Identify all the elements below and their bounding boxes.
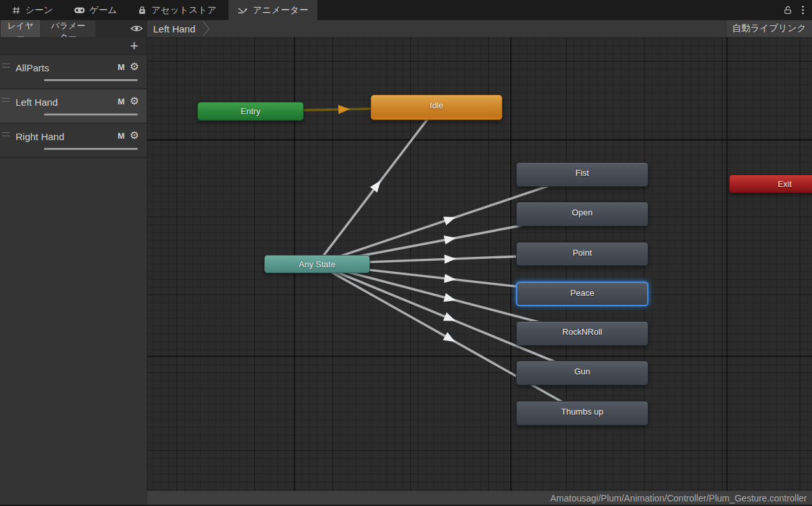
layer-weight-slider[interactable] <box>44 148 138 150</box>
dock-tabs: シーンゲームアセットストアアニメーター <box>0 0 783 20</box>
layers-panel-header: + <box>0 37 147 55</box>
layer-row-left-hand[interactable]: Left HandM⚙ <box>0 90 147 124</box>
state-node-label: Exit <box>778 179 792 189</box>
layer-mute-button[interactable]: M <box>117 131 125 141</box>
layer-mute-button[interactable]: M <box>117 62 125 72</box>
state-node-any-state[interactable]: Any State <box>264 255 370 273</box>
layer-row-allparts[interactable]: AllPartsM⚙ <box>0 55 147 90</box>
status-row: Amatousagi/Plum/Animation/Controller/Plu… <box>0 491 812 506</box>
transition-arrow-icon <box>443 213 458 225</box>
transition-arrow-icon <box>444 274 456 284</box>
state-node-idle[interactable]: Idle <box>371 95 502 120</box>
parameters-tab[interactable]: パラメーター <box>41 20 95 37</box>
state-node-label: Open <box>572 208 593 217</box>
breadcrumb-chevron-icon <box>202 21 210 36</box>
state-node-peace[interactable]: Peace <box>516 282 648 306</box>
layer-drag-handle[interactable] <box>2 98 10 102</box>
window-tab-bar: シーンゲームアセットストアアニメーター <box>0 0 812 20</box>
auto-live-link-button[interactable]: 自動ライブリンク <box>726 20 812 37</box>
tab-game[interactable]: ゲーム <box>65 0 127 20</box>
layer-name: AllParts <box>16 62 49 73</box>
status-path: Amatousagi/Plum/Animation/Controller/Plu… <box>550 493 807 503</box>
tab-label: アセットストア <box>151 5 216 16</box>
tab-label: シーン <box>25 5 53 16</box>
tab-label: アニメーター <box>253 5 308 16</box>
state-node-label: RockNRoll <box>562 327 602 337</box>
state-node-label: Peace <box>571 288 595 298</box>
gamepad-icon <box>74 6 85 14</box>
layer-weight-slider[interactable] <box>44 79 138 81</box>
kebab-menu-icon[interactable] <box>802 5 804 15</box>
layer-settings-gear-icon[interactable]: ⚙ <box>130 129 139 141</box>
state-node-entry[interactable]: Entry <box>197 102 304 121</box>
layer-drag-handle[interactable] <box>2 132 10 136</box>
breadcrumb-bar: Left Hand 自動ライブリンク <box>147 20 812 37</box>
graph-canvas[interactable]: EntryIdleAny StateFistOpenPointPeaceRock… <box>147 37 812 491</box>
eye-zone <box>95 20 147 37</box>
tab-asset-store[interactable]: アセットストア <box>129 0 225 20</box>
state-node-exit[interactable]: Exit <box>729 175 812 193</box>
layer-row-right-hand[interactable]: Right HandM⚙ <box>0 124 147 158</box>
add-layer-button[interactable]: + <box>130 40 138 53</box>
state-node-label: Point <box>572 248 592 258</box>
animator-toolbar: レイヤー パラメーター Left Hand 自動ライブリンク <box>0 20 812 37</box>
eye-icon[interactable] <box>130 25 143 32</box>
layer-mute-button[interactable]: M <box>117 97 125 106</box>
tab-animator[interactable]: アニメーター <box>228 0 317 20</box>
state-node-label: Thumbs up <box>561 407 603 416</box>
layer-name: Right Hand <box>16 131 64 142</box>
layer-settings-gear-icon[interactable]: ⚙ <box>130 95 139 107</box>
state-node-fist[interactable]: Fist <box>516 162 648 187</box>
state-node-open[interactable]: Open <box>516 202 648 226</box>
state-node-gun[interactable]: Gun <box>516 361 648 385</box>
transition-arrow-icon <box>338 104 350 114</box>
layer-weight-slider[interactable] <box>44 114 138 115</box>
layer-drag-handle[interactable] <box>2 64 10 67</box>
bag-icon <box>138 6 147 15</box>
state-node-label: Idle <box>430 101 443 110</box>
animator-icon <box>238 6 249 14</box>
state-node-label: Entry <box>241 106 260 116</box>
transition-arrow-icon <box>444 254 456 264</box>
transition-any-state-to-idle[interactable] <box>317 108 437 265</box>
breadcrumb[interactable]: Left Hand <box>153 23 195 34</box>
layer-settings-gear-icon[interactable]: ⚙ <box>130 60 139 73</box>
unity-animator-window: シーンゲームアセットストアアニメーター レイヤー パラメーター Left Han… <box>0 0 812 506</box>
tab-scene[interactable]: シーン <box>3 0 62 20</box>
status-bar: Amatousagi/Plum/Animation/Controller/Plu… <box>147 491 812 505</box>
animator-content: + AllPartsM⚙Left HandM⚙Right HandM⚙ Entr… <box>0 37 812 491</box>
transition-arrow-icon <box>443 293 457 305</box>
layer-name: Left Hand <box>16 97 58 108</box>
unlock-icon[interactable] <box>783 5 793 15</box>
status-left-filler <box>0 491 147 505</box>
state-node-point[interactable]: Point <box>516 242 648 266</box>
layers-list: AllPartsM⚙Left HandM⚙Right HandM⚙ <box>0 55 147 158</box>
titlebar-actions <box>783 0 812 20</box>
state-node-thumbs-up[interactable]: Thumbs up <box>516 401 648 426</box>
tab-label: ゲーム <box>90 5 117 16</box>
state-node-rocknroll[interactable]: RockNRoll <box>516 321 648 346</box>
transition-arrow-icon <box>443 332 458 346</box>
layers-tab[interactable]: レイヤー <box>1 20 40 37</box>
state-node-label: Any State <box>299 259 335 269</box>
grid-icon <box>12 6 21 15</box>
state-node-label: Gun <box>574 367 591 376</box>
transition-arrow-icon <box>443 312 458 325</box>
state-node-label: Fist <box>576 168 589 178</box>
layers-panel: + AllPartsM⚙Left HandM⚙Right HandM⚙ <box>0 37 147 491</box>
